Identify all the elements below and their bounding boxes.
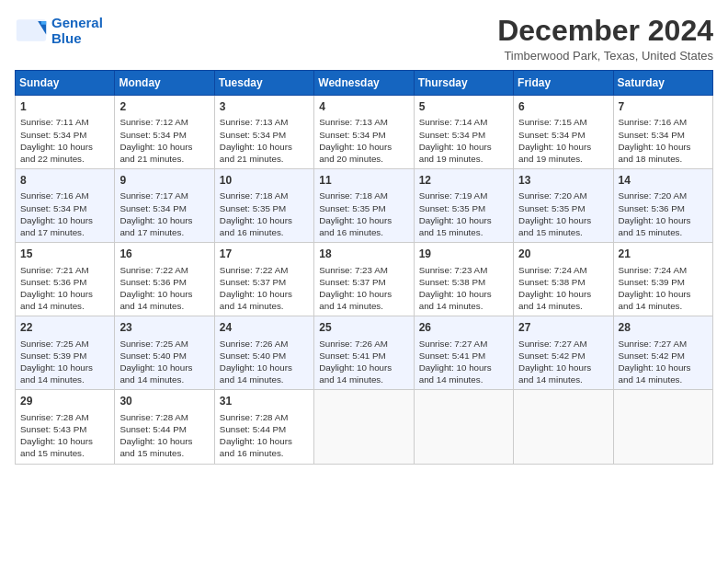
calendar-cell: 6Sunrise: 7:15 AM Sunset: 5:34 PM Daylig…: [514, 96, 613, 169]
logo: General Blue: [15, 15, 103, 46]
week-row-3: 15Sunrise: 7:21 AM Sunset: 5:36 PM Dayli…: [16, 243, 713, 316]
calendar-cell: 25Sunrise: 7:26 AM Sunset: 5:41 PM Dayli…: [314, 316, 414, 390]
day-number: 10: [220, 173, 309, 188]
weekday-header-monday: Monday: [115, 71, 214, 96]
day-info: Sunrise: 7:13 AM Sunset: 5:34 PM Dayligh…: [220, 116, 309, 165]
location: Timberwood Park, Texas, United States: [497, 49, 713, 63]
week-row-1: 1Sunrise: 7:11 AM Sunset: 5:34 PM Daylig…: [16, 96, 713, 169]
day-number: 2: [119, 99, 209, 114]
calendar-cell: 2Sunrise: 7:12 AM Sunset: 5:34 PM Daylig…: [115, 96, 214, 169]
calendar-cell: 16Sunrise: 7:22 AM Sunset: 5:36 PM Dayli…: [115, 243, 214, 316]
calendar-cell: [414, 390, 513, 464]
calendar-cell: 14Sunrise: 7:20 AM Sunset: 5:36 PM Dayli…: [613, 169, 712, 243]
day-number: 14: [619, 173, 708, 188]
calendar-cell: 18Sunrise: 7:23 AM Sunset: 5:37 PM Dayli…: [314, 243, 414, 316]
day-number: 27: [518, 320, 608, 335]
day-number: 26: [419, 320, 508, 335]
week-row-2: 8Sunrise: 7:16 AM Sunset: 5:34 PM Daylig…: [16, 169, 713, 243]
day-number: 8: [20, 173, 109, 188]
day-info: Sunrise: 7:11 AM Sunset: 5:34 PM Dayligh…: [20, 116, 109, 165]
weekday-header-saturday: Saturday: [613, 71, 712, 96]
day-info: Sunrise: 7:20 AM Sunset: 5:35 PM Dayligh…: [518, 190, 608, 238]
day-number: 4: [319, 99, 408, 114]
page-header: General Blue December 2024 Timberwood Pa…: [15, 15, 713, 63]
day-number: 17: [220, 247, 309, 261]
day-info: Sunrise: 7:15 AM Sunset: 5:34 PM Dayligh…: [518, 116, 608, 165]
svg-marker-2: [41, 21, 46, 25]
weekday-header-friday: Friday: [514, 71, 613, 96]
calendar-cell: 27Sunrise: 7:27 AM Sunset: 5:42 PM Dayli…: [514, 316, 613, 390]
day-info: Sunrise: 7:27 AM Sunset: 5:41 PM Dayligh…: [419, 338, 508, 386]
calendar-cell: 21Sunrise: 7:24 AM Sunset: 5:39 PM Dayli…: [613, 243, 712, 316]
day-number: 3: [220, 99, 309, 114]
day-info: Sunrise: 7:19 AM Sunset: 5:35 PM Dayligh…: [419, 190, 508, 238]
calendar-cell: 22Sunrise: 7:25 AM Sunset: 5:39 PM Dayli…: [16, 316, 115, 390]
day-number: 1: [20, 99, 109, 114]
day-info: Sunrise: 7:27 AM Sunset: 5:42 PM Dayligh…: [518, 338, 608, 386]
day-info: Sunrise: 7:23 AM Sunset: 5:37 PM Dayligh…: [319, 264, 408, 313]
weekday-header-row: SundayMondayTuesdayWednesdayThursdayFrid…: [16, 71, 713, 96]
calendar-cell: 7Sunrise: 7:16 AM Sunset: 5:34 PM Daylig…: [613, 96, 712, 169]
day-number: 30: [119, 394, 209, 408]
calendar-cell: 12Sunrise: 7:19 AM Sunset: 5:35 PM Dayli…: [414, 169, 513, 243]
day-info: Sunrise: 7:20 AM Sunset: 5:36 PM Dayligh…: [619, 190, 708, 238]
day-number: 25: [319, 320, 408, 335]
day-info: Sunrise: 7:28 AM Sunset: 5:44 PM Dayligh…: [119, 411, 209, 460]
calendar-table: SundayMondayTuesdayWednesdayThursdayFrid…: [15, 70, 713, 464]
calendar-cell: 28Sunrise: 7:27 AM Sunset: 5:42 PM Dayli…: [613, 316, 712, 390]
day-number: 24: [220, 320, 309, 335]
logo-icon: [15, 17, 48, 43]
calendar-cell: 13Sunrise: 7:20 AM Sunset: 5:35 PM Dayli…: [514, 169, 613, 243]
day-number: 23: [119, 320, 209, 335]
day-number: 13: [518, 173, 608, 188]
calendar-cell: 19Sunrise: 7:23 AM Sunset: 5:38 PM Dayli…: [414, 243, 513, 316]
calendar-cell: 29Sunrise: 7:28 AM Sunset: 5:43 PM Dayli…: [16, 390, 115, 464]
day-number: 6: [518, 99, 608, 114]
day-info: Sunrise: 7:24 AM Sunset: 5:39 PM Dayligh…: [619, 264, 708, 313]
day-info: Sunrise: 7:25 AM Sunset: 5:39 PM Dayligh…: [20, 338, 109, 386]
day-info: Sunrise: 7:14 AM Sunset: 5:34 PM Dayligh…: [419, 116, 508, 165]
calendar-cell: 8Sunrise: 7:16 AM Sunset: 5:34 PM Daylig…: [16, 169, 115, 243]
month-title: December 2024: [497, 15, 713, 47]
calendar-cell: 15Sunrise: 7:21 AM Sunset: 5:36 PM Dayli…: [16, 243, 115, 316]
day-info: Sunrise: 7:28 AM Sunset: 5:44 PM Dayligh…: [220, 411, 309, 460]
day-number: 22: [20, 320, 109, 335]
calendar-cell: [514, 390, 613, 464]
calendar-cell: 4Sunrise: 7:13 AM Sunset: 5:34 PM Daylig…: [314, 96, 414, 169]
weekday-header-wednesday: Wednesday: [314, 71, 414, 96]
day-number: 11: [319, 173, 408, 188]
weekday-header-thursday: Thursday: [414, 71, 513, 96]
calendar-cell: 31Sunrise: 7:28 AM Sunset: 5:44 PM Dayli…: [214, 390, 313, 464]
day-info: Sunrise: 7:16 AM Sunset: 5:34 PM Dayligh…: [619, 116, 708, 165]
day-info: Sunrise: 7:26 AM Sunset: 5:41 PM Dayligh…: [319, 338, 408, 386]
day-info: Sunrise: 7:27 AM Sunset: 5:42 PM Dayligh…: [619, 338, 708, 386]
weekday-header-tuesday: Tuesday: [214, 71, 313, 96]
calendar-cell: 5Sunrise: 7:14 AM Sunset: 5:34 PM Daylig…: [414, 96, 513, 169]
calendar-cell: 11Sunrise: 7:18 AM Sunset: 5:35 PM Dayli…: [314, 169, 414, 243]
day-info: Sunrise: 7:22 AM Sunset: 5:37 PM Dayligh…: [220, 264, 309, 313]
day-number: 31: [220, 394, 309, 408]
calendar-cell: 1Sunrise: 7:11 AM Sunset: 5:34 PM Daylig…: [16, 96, 115, 169]
day-info: Sunrise: 7:25 AM Sunset: 5:40 PM Dayligh…: [119, 338, 209, 386]
day-number: 12: [419, 173, 508, 188]
day-info: Sunrise: 7:21 AM Sunset: 5:36 PM Dayligh…: [20, 264, 109, 313]
title-block: December 2024 Timberwood Park, Texas, Un…: [497, 15, 713, 63]
calendar-cell: 3Sunrise: 7:13 AM Sunset: 5:34 PM Daylig…: [214, 96, 313, 169]
day-number: 7: [619, 99, 708, 114]
day-number: 18: [319, 247, 408, 261]
day-number: 9: [119, 173, 209, 188]
calendar-cell: 26Sunrise: 7:27 AM Sunset: 5:41 PM Dayli…: [414, 316, 513, 390]
day-number: 16: [119, 247, 209, 261]
day-info: Sunrise: 7:16 AM Sunset: 5:34 PM Dayligh…: [20, 190, 109, 238]
day-number: 20: [518, 247, 608, 261]
day-number: 5: [419, 99, 508, 114]
weekday-header-sunday: Sunday: [16, 71, 115, 96]
day-info: Sunrise: 7:17 AM Sunset: 5:34 PM Dayligh…: [119, 190, 209, 238]
week-row-4: 22Sunrise: 7:25 AM Sunset: 5:39 PM Dayli…: [16, 316, 713, 390]
calendar-cell: 30Sunrise: 7:28 AM Sunset: 5:44 PM Dayli…: [115, 390, 214, 464]
calendar-cell: [314, 390, 414, 464]
day-number: 15: [20, 247, 109, 261]
calendar-cell: [613, 390, 712, 464]
day-number: 19: [419, 247, 508, 261]
day-info: Sunrise: 7:23 AM Sunset: 5:38 PM Dayligh…: [419, 264, 508, 313]
